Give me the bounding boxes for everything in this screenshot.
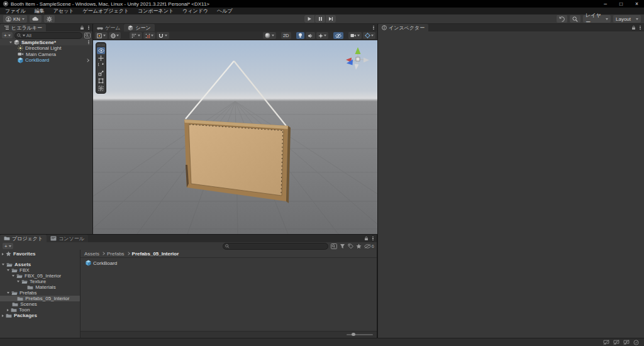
account-button[interactable]: KN (3, 15, 27, 23)
rect-tool-button[interactable] (97, 77, 105, 85)
save-search-icon[interactable] (356, 243, 362, 249)
expand-arrow-icon[interactable] (7, 269, 9, 271)
move-tool-button[interactable] (97, 55, 105, 62)
gizmos-dropdown[interactable] (363, 32, 376, 39)
project-tree-item-texture[interactable]: Texture (0, 279, 80, 284)
menu-assets[interactable]: アセット (49, 8, 79, 14)
background-activity-icon[interactable] (633, 340, 639, 345)
project-search-input[interactable] (223, 243, 328, 250)
console-error-muted-icon[interactable] (623, 340, 630, 345)
hierarchy-search-input[interactable]: All (14, 32, 82, 39)
scale-tool-button[interactable] (97, 70, 105, 77)
menu-help[interactable]: ヘルプ (213, 8, 237, 14)
lock-icon[interactable] (80, 25, 84, 30)
layout-dropdown[interactable]: Layout (613, 15, 641, 23)
menu-edit[interactable]: 編集 (30, 8, 49, 14)
minimize-button[interactable]: – (604, 0, 607, 8)
breadcrumb-prefabs-05-interior[interactable]: Prefabs_05_Interior (132, 251, 179, 257)
overlay-drag-handle[interactable] (97, 43, 105, 47)
open-search-window-icon[interactable] (331, 243, 337, 249)
tab-hierarchy[interactable]: ヒエラルキー (0, 24, 46, 31)
project-tree-item-fbx[interactable]: FBX (0, 267, 80, 273)
filter-type-icon[interactable] (340, 243, 345, 249)
icon-size-slider[interactable] (347, 334, 373, 335)
cloud-button[interactable] (30, 15, 42, 23)
close-button[interactable]: × (635, 0, 638, 8)
panel-menu-icon[interactable] (372, 236, 374, 242)
project-tree-item-fbx-05-interior[interactable]: FBX_05_Interior (0, 273, 80, 279)
breadcrumb-assets[interactable]: Assets (84, 251, 99, 257)
scene-visibility-toggle[interactable] (333, 32, 343, 39)
tab-console[interactable]: コンソール (47, 235, 88, 242)
project-tree-item-toon[interactable]: Toon (0, 307, 80, 313)
filter-label-icon[interactable] (348, 243, 353, 249)
2d-toggle-button[interactable]: 2D (281, 32, 291, 39)
panel-menu-icon[interactable] (372, 25, 375, 31)
project-tree-item-materials[interactable]: Materials (0, 284, 80, 290)
project-tree-item-scenes[interactable]: Scenes (0, 301, 80, 307)
project-tree-item-packages[interactable]: Packages (0, 313, 80, 318)
expand-arrow-icon[interactable] (2, 264, 4, 265)
expand-arrow-icon[interactable] (17, 281, 19, 282)
project-tree-item-favorites[interactable]: Favorites (0, 251, 80, 257)
increment-snap-dropdown[interactable] (143, 32, 156, 39)
view-tool-button[interactable] (97, 47, 105, 55)
hierarchy-item-corkboard[interactable]: CorkBoard (0, 57, 92, 64)
scene-menu-icon[interactable] (87, 40, 90, 45)
hierarchy-create-button[interactable]: + (2, 32, 13, 38)
gizmo-center-cube[interactable] (356, 57, 360, 61)
scene-lighting-toggle[interactable] (296, 32, 304, 39)
tab-scene[interactable]: シーン (124, 24, 154, 31)
breadcrumb-prefabs[interactable]: Prefabs (107, 251, 125, 257)
hierarchy-scene-row[interactable]: SampleScene* (0, 39, 92, 45)
scene-viewport[interactable] (93, 40, 377, 234)
layers-dropdown[interactable]: レイヤー (583, 15, 611, 23)
menu-component[interactable]: コンポーネント (133, 8, 178, 14)
collapse-arrow-icon[interactable] (2, 253, 4, 255)
rotate-tool-button[interactable] (97, 62, 105, 70)
project-tree-item-prefabs-05-interior[interactable]: Prefabs_05_Interior (0, 296, 80, 301)
asset-corkboard[interactable]: CorkBoard (80, 260, 377, 266)
snap-settings-dropdown[interactable] (157, 32, 169, 39)
tab-game[interactable]: ゲーム (93, 24, 124, 31)
menu-window[interactable]: ウィンドウ (178, 8, 213, 14)
undo-history-button[interactable] (557, 15, 567, 23)
transform-tool-button[interactable] (97, 85, 105, 92)
services-button[interactable] (44, 15, 55, 23)
restore-button[interactable]: □ (619, 0, 623, 8)
console-info-muted-icon[interactable] (603, 340, 609, 345)
console-warning-muted-icon[interactable] (613, 340, 619, 345)
panel-menu-icon[interactable] (639, 25, 641, 31)
hierarchy-item-main-camera[interactable]: Main Camera (0, 52, 92, 58)
scene-camera-dropdown[interactable] (348, 32, 362, 39)
scene-effects-dropdown[interactable] (316, 32, 329, 39)
scene-audio-toggle[interactable] (306, 32, 315, 39)
menu-gameobject[interactable]: ゲームオブジェクト (79, 8, 134, 14)
lock-icon[interactable] (631, 25, 636, 30)
project-tree-item-assets[interactable]: Assets (0, 262, 80, 267)
expand-arrow[interactable] (9, 42, 12, 43)
grid-snapping-dropdown[interactable] (130, 32, 142, 39)
menu-file[interactable]: ファイル (1, 8, 30, 14)
hierarchy-item-directional-light[interactable]: Directional Light (0, 45, 92, 52)
open-search-window-icon[interactable] (84, 33, 91, 38)
search-button[interactable] (570, 15, 580, 23)
step-button[interactable] (326, 15, 336, 23)
lock-icon[interactable] (364, 236, 369, 241)
tab-inspector[interactable]: インスペクター (378, 24, 428, 31)
prefab-open-arrow-icon[interactable] (86, 59, 89, 62)
project-tree-item-prefabs[interactable]: Prefabs (0, 290, 80, 296)
play-button[interactable] (304, 15, 314, 23)
collapse-arrow-icon[interactable] (7, 309, 9, 311)
panel-menu-icon[interactable] (87, 25, 90, 31)
tab-project[interactable]: プロジェクト (0, 235, 47, 242)
draw-mode-dropdown[interactable] (263, 32, 276, 39)
hidden-packages-toggle[interactable]: 6 (364, 243, 374, 249)
slider-knob[interactable] (352, 333, 355, 337)
pause-button[interactable] (315, 15, 325, 23)
project-create-button[interactable]: + (3, 243, 13, 249)
search-filter-caret-icon[interactable] (23, 35, 25, 36)
pivot-mode-dropdown[interactable] (95, 32, 108, 39)
expand-arrow-icon[interactable] (7, 292, 9, 294)
collapse-arrow-icon[interactable] (2, 315, 4, 317)
